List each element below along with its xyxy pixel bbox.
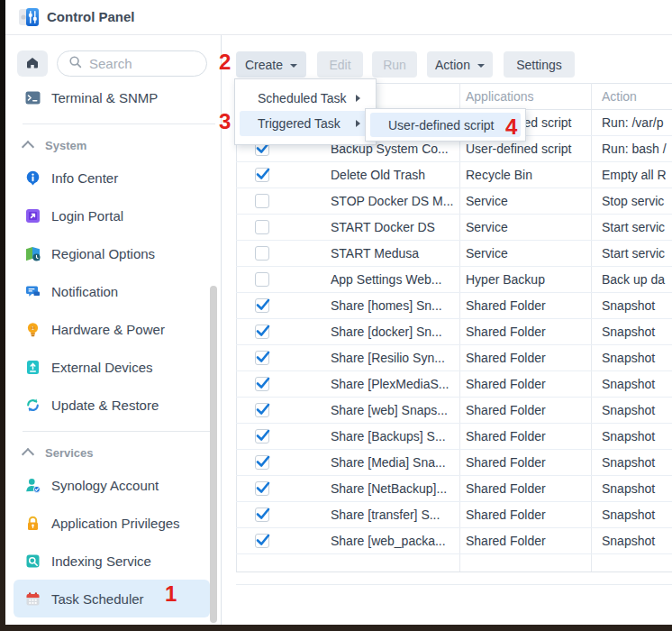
- create-button[interactable]: Create: [236, 51, 306, 78]
- task-application-cell: Shared Folder: [466, 319, 592, 345]
- column-header-action[interactable]: Action: [602, 83, 637, 110]
- row-checkbox[interactable]: [255, 168, 269, 182]
- task-name-cell: Share [NetBackup]...: [331, 476, 457, 502]
- table-row[interactable]: START Docker DS Service Start servic: [236, 215, 672, 241]
- home-button[interactable]: [17, 50, 48, 77]
- row-checkbox[interactable]: [255, 429, 269, 444]
- action-button[interactable]: Action: [427, 51, 493, 78]
- task-action-cell: Empty all R: [602, 162, 672, 188]
- sidebar-item-label: Synology Account: [51, 478, 159, 493]
- hardware-power-icon: 1: [25, 322, 41, 337]
- task-name-cell: START Medusa: [331, 241, 457, 267]
- check-icon: [255, 427, 271, 444]
- sidebar-divider: [23, 123, 215, 124]
- sidebar-item-info-center[interactable]: Info Center: [14, 159, 210, 197]
- table-row[interactable]: App Settings Web... Hyper Backup Back up…: [236, 267, 672, 293]
- task-application-cell: Shared Folder: [466, 502, 592, 528]
- row-checkbox[interactable]: [255, 220, 269, 234]
- task-action-cell: Snapshot: [602, 371, 672, 398]
- table-row[interactable]: Share [Media] Sna... Shared Folder Snaps…: [236, 450, 672, 476]
- task-action-cell: Snapshot: [602, 528, 672, 554]
- check-icon: [255, 349, 271, 365]
- sidebar-item-label: Hardware & Power: [51, 322, 165, 337]
- menu-item-scheduled-task[interactable]: Scheduled Task: [240, 86, 371, 111]
- table-row[interactable]: Share [transfer] S... Shared Folder Snap…: [236, 502, 672, 528]
- task-name-cell: STOP Docker DS M...: [331, 188, 457, 215]
- sidebar-item-notification[interactable]: Notification: [14, 272, 210, 310]
- task-application-cell: Shared Folder: [466, 424, 592, 450]
- sidebar-item-login-portal[interactable]: Login Portal: [14, 197, 210, 234]
- settings-button[interactable]: Settings: [504, 51, 575, 78]
- sidebar-item-label: Application Privileges: [51, 516, 180, 531]
- row-checkbox[interactable]: [255, 534, 269, 548]
- sidebar-section-header[interactable]: Services: [5, 439, 221, 466]
- task-name-cell: Share [web_packa...: [331, 528, 457, 554]
- row-checkbox[interactable]: [255, 481, 269, 496]
- sidebar-item-terminal-snmp[interactable]: Terminal & SNMP: [14, 78, 210, 116]
- sidebar-item-application-privileges[interactable]: Application Privileges: [14, 504, 210, 542]
- row-checkbox[interactable]: [255, 325, 269, 339]
- page-title: Control Panel: [47, 0, 135, 34]
- task-application-cell: Shared Folder: [466, 450, 592, 476]
- submenu-arrow-icon: [356, 120, 360, 127]
- table-row[interactable]: START Medusa Service Start servic: [236, 241, 672, 267]
- sidebar-item-synology-account[interactable]: Synology Account: [14, 466, 210, 504]
- table-row[interactable]: Share [docker] Sn... Shared Folder Snaps…: [236, 319, 672, 345]
- task-action-cell: Snapshot: [602, 476, 672, 502]
- table-row[interactable]: Share [NetBackup]... Shared Folder Snaps…: [236, 476, 672, 502]
- sidebar-scrollbar[interactable]: [210, 286, 217, 623]
- check-icon: [255, 375, 271, 391]
- task-application-cell: Service: [466, 188, 592, 215]
- table-row[interactable]: Share [web_packa... Shared Folder Snapsh…: [236, 528, 672, 554]
- row-checkbox[interactable]: [255, 377, 269, 391]
- sidebar-item-label: Regional Options: [51, 246, 155, 261]
- sidebar-item-update-restore[interactable]: Update & Restore: [14, 386, 210, 424]
- terminal-icon: [25, 90, 41, 105]
- sidebar-item-task-scheduler[interactable]: Task Scheduler: [14, 580, 210, 617]
- menu-item-triggered-task[interactable]: Triggered Task: [240, 111, 371, 136]
- task-action-cell: Start servic: [602, 241, 672, 267]
- check-icon: [255, 506, 271, 522]
- row-checkbox[interactable]: [255, 246, 269, 261]
- task-application-cell: Shared Folder: [466, 528, 592, 554]
- sidebar-item-external-devices[interactable]: External Devices: [14, 348, 210, 386]
- task-action-cell: Start servic: [602, 215, 672, 241]
- table-row[interactable]: Share [homes] Sn... Shared Folder Snapsh…: [236, 293, 672, 319]
- run-button: Run: [372, 51, 417, 78]
- task-application-cell: Shared Folder: [466, 371, 592, 398]
- task-action-cell: Snapshot: [602, 450, 672, 476]
- submenu-arrow-icon: [356, 95, 360, 102]
- control-panel-icon: [18, 6, 40, 28]
- sidebar-section-label: Services: [45, 446, 94, 460]
- task-application-cell: Service: [466, 241, 592, 267]
- row-checkbox[interactable]: [255, 298, 269, 313]
- task-name-cell: Share [Media] Sna...: [331, 450, 457, 476]
- table-row[interactable]: Share [web] Snaps... Shared Folder Snaps…: [236, 398, 672, 424]
- table-row[interactable]: Delete Old Trash Recycle Bin Empty all R: [236, 162, 672, 188]
- menu-item-user-defined-script[interactable]: User-defined script: [370, 113, 521, 137]
- search-input[interactable]: Search: [57, 50, 207, 77]
- row-checkbox[interactable]: [255, 508, 269, 522]
- sidebar-section-header[interactable]: System: [5, 132, 221, 159]
- sidebar-item-indexing-service[interactable]: Indexing Service: [14, 542, 210, 580]
- table-row[interactable]: Share [Resilio Syn... Shared Folder Snap…: [236, 345, 672, 371]
- task-action-cell: Snapshot: [602, 293, 672, 319]
- sidebar-item-label: Update & Restore: [51, 398, 159, 413]
- sidebar-item-hardware-power[interactable]: 1Hardware & Power: [14, 310, 210, 348]
- row-checkbox[interactable]: [255, 194, 269, 208]
- task-action-cell: Snapshot: [602, 345, 672, 371]
- login-portal-icon: [25, 208, 41, 224]
- row-checkbox[interactable]: [255, 272, 269, 287]
- info-center-icon: [25, 170, 41, 186]
- row-checkbox[interactable]: [255, 403, 269, 417]
- task-action-cell: Run: bash /: [602, 136, 672, 162]
- table-footer-border: [236, 584, 672, 585]
- sidebar-list: Terminal & SNMPSystemInfo CenterLogin Po…: [5, 78, 221, 617]
- table-row[interactable]: Share [Backups] S... Shared Folder Snaps…: [236, 424, 672, 450]
- row-checkbox[interactable]: [255, 351, 269, 365]
- table-row[interactable]: STOP Docker DS M... Service Stop servic: [236, 188, 672, 215]
- sidebar-item-regional-options[interactable]: Regional Options: [14, 234, 210, 272]
- table-row[interactable]: Share [PlexMediaS... Shared Folder Snaps…: [236, 371, 672, 398]
- column-header-applications[interactable]: Applications: [466, 83, 534, 110]
- row-checkbox[interactable]: [255, 455, 269, 470]
